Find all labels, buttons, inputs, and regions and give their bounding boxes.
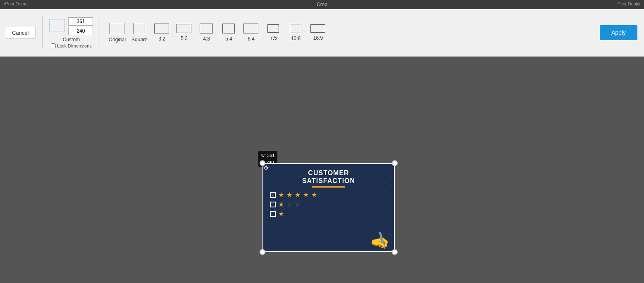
cs-checkbox-2 — [270, 202, 276, 207]
cs-content: CUSTOMER SATISFACTION ✓ ★ ★ ★ ★ ★ — [263, 164, 394, 251]
ratio-box-square — [134, 23, 145, 34]
cs-underline — [312, 186, 345, 188]
ratio-label-7-5: 7:5 — [270, 35, 277, 41]
star-2-2: ☆ — [286, 200, 292, 208]
ratio-item-original[interactable]: Original — [107, 20, 127, 45]
cancel-button[interactable]: Cancel — [5, 27, 36, 39]
star-1-3: ★ — [295, 191, 301, 199]
ratio-label-16-9: 16:9 — [313, 35, 323, 41]
cs-checkbox-3 — [270, 211, 276, 217]
handle-top-right[interactable] — [392, 160, 398, 166]
ratio-item-16-9[interactable]: 16:9 — [308, 22, 328, 43]
cs-checkbox-1: ✓ — [270, 192, 276, 198]
app-name-right: iPost Demo — [616, 1, 640, 6]
cs-row-1: ✓ ★ ★ ★ ★ ★ — [270, 191, 317, 199]
custom-inputs — [68, 17, 93, 35]
crop-container[interactable]: w: 361 h: 240 ✥ CUSTOMER SATISFACTION ✓ … — [262, 163, 395, 252]
title-bar: Crop ✕ — [0, 0, 644, 9]
ratio-label-3-2: 3:2 — [158, 36, 165, 42]
move-icon[interactable]: ✥ — [263, 164, 269, 172]
lock-dimensions-checkbox[interactable] — [51, 43, 56, 48]
app-name-left: iPost Demo — [4, 1, 28, 6]
ratio-label-5-4: 5:4 — [225, 36, 232, 42]
ratio-item-6-4[interactable]: 6:4 — [241, 21, 261, 44]
cs-row-2: ★ ☆ ☆ — [270, 200, 317, 208]
lock-dimensions-label: Lock Dimensions — [57, 43, 92, 48]
handle-bottom-right[interactable] — [392, 249, 398, 255]
ratio-item-7-5[interactable]: 7:5 — [263, 22, 284, 43]
ratio-box-4-3 — [200, 24, 213, 33]
toolbar: Cancel Custom Lock Dimensions OriginalSq… — [0, 9, 644, 57]
ratio-box-16-9 — [310, 24, 325, 33]
ratio-box-original — [110, 23, 124, 34]
cs-title-line1: CUSTOMER — [308, 169, 349, 177]
ratio-item-4-3[interactable]: 4:3 — [196, 21, 217, 44]
crop-image: CUSTOMER SATISFACTION ✓ ★ ★ ★ ★ ★ — [262, 163, 395, 252]
custom-preview-box — [49, 19, 65, 31]
cs-row-3: ★ — [270, 210, 317, 218]
divider-1 — [42, 16, 43, 49]
ratio-box-6-4 — [243, 24, 258, 33]
ratio-item-10-8[interactable]: 10:8 — [285, 21, 306, 44]
canvas-area: w: 361 h: 240 ✥ CUSTOMER SATISFACTION ✓ … — [0, 57, 644, 283]
ratio-box-10-8 — [290, 24, 301, 33]
custom-label: Custom — [63, 37, 80, 43]
star-1-4: ★ — [303, 191, 309, 199]
ratio-box-3-2 — [154, 24, 169, 33]
star-1-1: ★ — [278, 191, 284, 199]
ratio-box-7-5 — [267, 24, 279, 33]
ratio-item-3-2[interactable]: 3:2 — [151, 21, 172, 44]
lock-dimensions-control: Lock Dimensions — [51, 43, 92, 48]
custom-crop-section: Custom Lock Dimensions — [49, 17, 93, 48]
ratio-box-5-3 — [177, 24, 191, 33]
star-2-3: ☆ — [295, 200, 301, 208]
ratio-label-square: Square — [131, 37, 148, 43]
handle-bottom-left[interactable] — [260, 249, 265, 255]
cs-title-line2: SATISFACTION — [302, 177, 355, 185]
apply-button[interactable]: Apply — [600, 25, 637, 40]
ratio-item-square[interactable]: Square — [129, 20, 150, 45]
ratio-label-original: Original — [109, 37, 126, 43]
star-3-1: ★ — [278, 210, 284, 218]
ratio-item-5-3[interactable]: 5:3 — [174, 21, 194, 44]
dialog-title: Crop — [317, 2, 327, 7]
ratio-options: OriginalSquare3:25:34:35:46:47:510:816:9 — [107, 9, 328, 56]
custom-width-input[interactable] — [68, 17, 93, 26]
star-1-2: ★ — [286, 191, 292, 199]
custom-height-input[interactable] — [68, 27, 93, 35]
ratio-box-5-4 — [222, 24, 235, 33]
star-1-5: ★ — [311, 191, 317, 199]
star-2-1: ★ — [278, 200, 284, 208]
divider-2 — [100, 16, 100, 49]
cs-rating-rows: ✓ ★ ★ ★ ★ ★ ★ ☆ ☆ — [263, 191, 317, 218]
ratio-item-5-4[interactable]: 5:4 — [218, 21, 239, 44]
ratio-label-4-3: 4:3 — [203, 36, 210, 42]
ratio-label-5-3: 5:3 — [181, 36, 188, 41]
ratio-label-10-8: 10:8 — [291, 36, 301, 41]
ratio-label-6-4: 6:4 — [248, 36, 255, 42]
